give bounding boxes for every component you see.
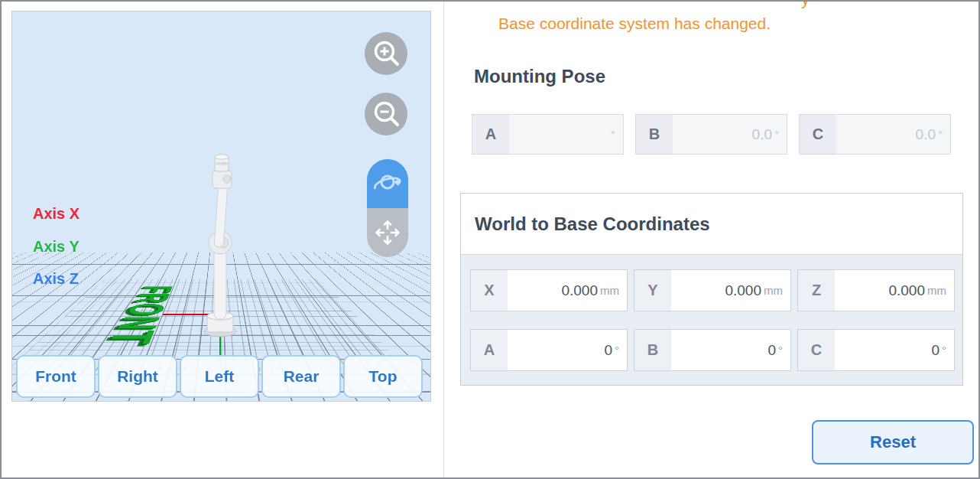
world-a-field[interactable]: A 0° [470,329,628,371]
magnifier-minus-icon [368,96,404,132]
orbit-rotate-icon [371,167,404,200]
zoom-in-button[interactable] [365,32,407,75]
world-y-field[interactable]: Y 0.000mm [634,269,791,311]
field-label: Y [634,270,671,311]
field-label: A [472,115,509,154]
pan-mode-button[interactable] [367,208,408,257]
panel-divider [443,2,444,479]
field-label: C [798,330,835,370]
field-value: 0° [835,330,954,370]
field-value: 0.000mm [508,270,627,311]
rotate-pan-toggle [367,159,408,257]
world-abc-row: A 0° B 0° C 0° [470,329,962,371]
mounting-b-field: B 0.0° [635,114,787,155]
field-unit: ° [774,128,779,141]
axis-x-label: Axis X [33,205,80,223]
robot-arm [180,149,264,341]
field-unit: ° [615,344,619,357]
robot-3d-viewport[interactable]: FRONT Axis X Axis Y Axis Z [11,11,431,402]
world-z-field[interactable]: Z 0.000mm [797,269,955,311]
field-label: B [636,115,673,154]
reset-button[interactable]: Reset [812,420,974,464]
clipped-text-fragment: y [801,2,847,11]
field-value: ° [509,115,623,154]
axis-y-label: Axis Y [33,238,80,256]
axis-z-label: Axis Z [33,270,79,288]
world-to-base-header: World to Base Coordinates [461,194,962,255]
mounting-pose-fields: A ° B 0.0° C 0.0° [472,114,951,155]
field-unit: ° [611,128,615,141]
field-label: C [800,115,836,154]
world-b-field[interactable]: B 0° [634,329,791,371]
field-value: 0° [508,330,627,370]
rotate-mode-button[interactable] [367,159,408,208]
world-xyz-row: X 0.000mm Y 0.000mm Z 0.000mm [470,269,962,311]
field-unit: mm [764,284,783,297]
mounting-c-field: C 0.0° [799,114,951,155]
view-front-button[interactable]: Front [16,355,96,398]
field-value: 0.0° [836,115,950,154]
magnifier-plus-icon [368,36,404,71]
field-label: Z [798,270,835,311]
field-value: 0° [671,330,790,370]
view-rear-button[interactable]: Rear [261,355,341,398]
field-value: 0.000mm [835,270,954,311]
field-label: X [471,270,508,311]
field-unit: mm [600,284,619,297]
view-right-button[interactable]: Right [98,355,177,398]
world-c-field[interactable]: C 0° [797,329,955,371]
field-value: 0.000mm [671,270,790,311]
mounting-pose-title: Mounting Pose [474,66,605,87]
field-unit: ° [778,344,783,357]
base-changed-notice: Base coordinate system has changed. [498,15,771,33]
robot-setup-page: FRONT Axis X Axis Y Axis Z [0,0,980,479]
world-to-base-title: World to Base Coordinates [475,213,710,235]
field-label: B [634,330,671,370]
field-label: A [471,330,508,370]
view-left-button[interactable]: Left [180,355,259,398]
world-x-field[interactable]: X 0.000mm [470,269,628,311]
field-value: 0.0° [673,115,787,154]
field-unit: ° [942,344,946,357]
field-unit: ° [938,128,943,141]
view-top-button[interactable]: Top [343,355,423,398]
field-unit: mm [927,284,946,297]
world-to-base-panel: World to Base Coordinates X 0.000mm Y 0.… [460,193,963,386]
zoom-out-button[interactable] [365,93,407,135]
mounting-a-field: A ° [472,114,624,155]
move-arrows-icon [371,216,404,249]
